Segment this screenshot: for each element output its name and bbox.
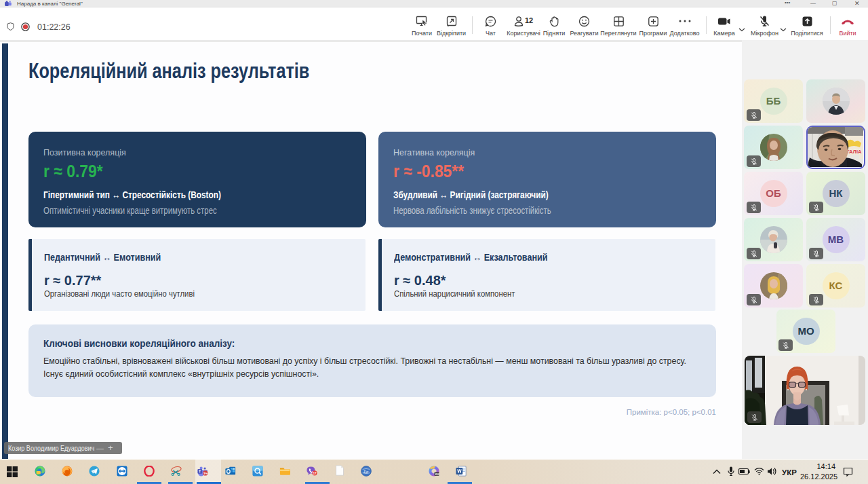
- svg-text:9+: 9+: [203, 471, 208, 475]
- svg-text:M365: M365: [435, 473, 439, 476]
- svg-text:ТАЛІА: ТАЛІА: [846, 149, 862, 155]
- svg-text:12: 12: [525, 16, 533, 24]
- svg-text:17: 17: [313, 472, 317, 475]
- svg-text:Σα: Σα: [363, 469, 369, 474]
